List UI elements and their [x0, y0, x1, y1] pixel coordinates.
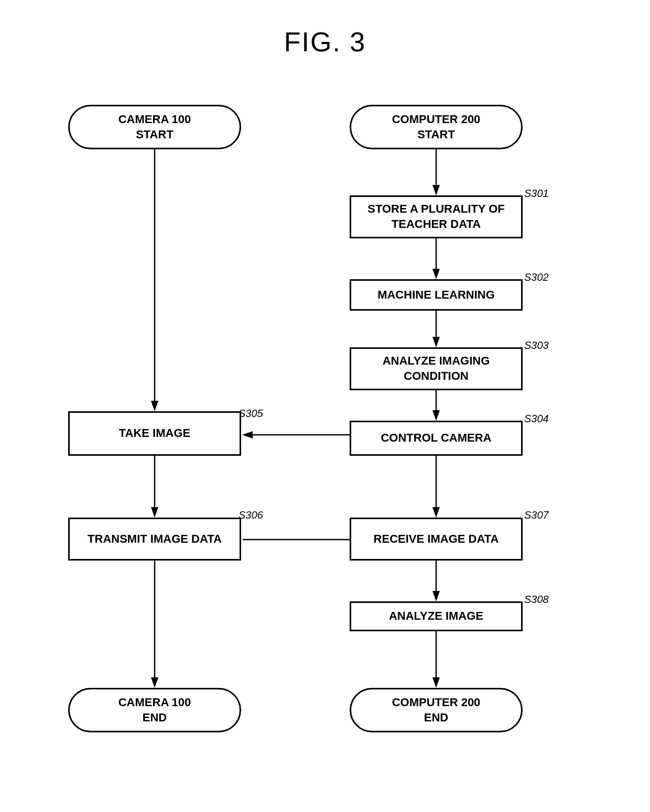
computer-start-node: COMPUTER 200 START: [350, 105, 523, 149]
s306-label: S306: [239, 509, 263, 521]
computer-end-node: COMPUTER 200 END: [350, 688, 523, 732]
analyze-imaging-node: ANALYZE IMAGING CONDITION: [350, 347, 523, 390]
svg-marker-3: [432, 185, 440, 195]
s308-label: S308: [524, 594, 549, 606]
svg-marker-7: [432, 337, 440, 347]
svg-marker-13: [432, 507, 440, 518]
svg-marker-1: [151, 401, 158, 411]
diagram-container: CAMERA 100 START COMPUTER 200 START S301…: [37, 79, 613, 770]
receive-image-node: RECEIVE IMAGE DATA: [350, 518, 523, 561]
camera-end-node: CAMERA 100 END: [68, 688, 241, 732]
s301-label: S301: [524, 188, 549, 200]
svg-marker-5: [432, 269, 440, 279]
s307-label: S307: [524, 509, 549, 521]
s304-label: S304: [524, 413, 549, 425]
camera-start-node: CAMERA 100 START: [68, 105, 241, 149]
take-image-node: TAKE IMAGE: [68, 411, 241, 456]
svg-marker-23: [151, 677, 158, 688]
svg-marker-15: [151, 507, 158, 518]
svg-marker-21: [432, 677, 440, 688]
s303-label: S303: [524, 339, 549, 352]
svg-marker-9: [432, 410, 440, 421]
analyze-image-node: ANALYZE IMAGE: [350, 601, 523, 631]
s305-label: S305: [239, 408, 263, 420]
transmit-image-node: TRANSMIT IMAGE DATA: [68, 518, 241, 561]
control-camera-node: CONTROL CAMERA: [350, 421, 523, 456]
svg-marker-19: [432, 591, 440, 601]
svg-marker-11: [242, 431, 253, 438]
s302-label: S302: [524, 271, 549, 283]
machine-learning-node: MACHINE LEARNING: [350, 279, 523, 311]
page-title: FIG. 3: [0, 0, 650, 79]
store-teacher-node: STORE A PLURALITY OF TEACHER DATA: [350, 195, 523, 238]
